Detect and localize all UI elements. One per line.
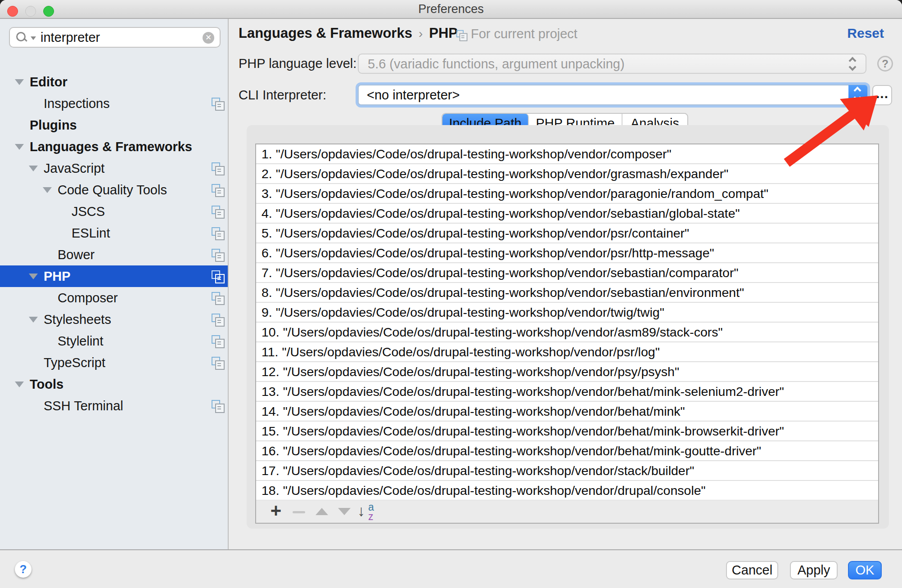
- apply-button[interactable]: Apply: [790, 561, 838, 579]
- path-index: 10.: [262, 323, 280, 341]
- path-value: "/Users/opdavies/Code/os/drupal-testing-…: [283, 325, 723, 339]
- search-hit-copy-icon: [212, 357, 224, 369]
- search-filter-caret-icon[interactable]: [31, 36, 36, 40]
- sidebar-tree-item[interactable]: Code Quality Tools: [0, 179, 228, 201]
- tree-item-label: Composer: [58, 287, 118, 309]
- search-hit-copy-icon: [212, 227, 224, 239]
- title-bar[interactable]: Preferences: [0, 0, 902, 19]
- include-path-row[interactable]: 2."/Users/opdavies/Code/os/drupal-testin…: [256, 164, 878, 184]
- sidebar-tree-item[interactable]: Composer: [0, 287, 228, 309]
- search-hit-copy-icon: [212, 162, 224, 175]
- include-path-row[interactable]: 3."/Users/opdavies/Code/os/drupal-testin…: [256, 184, 878, 204]
- sort-az-button[interactable]: ↓ a z: [357, 500, 383, 523]
- include-path-row[interactable]: 14."/Users/opdavies/Code/os/drupal-testi…: [256, 402, 878, 422]
- tree-item-label: JSCS: [72, 201, 105, 222]
- dialog-footer: ? Cancel Apply OK: [0, 549, 902, 588]
- breadcrumb-current: PHP: [429, 25, 458, 41]
- sidebar-tree-item[interactable]: JavaScript: [0, 157, 228, 179]
- search-hit-copy-icon: [212, 335, 224, 347]
- sidebar-tree-item[interactable]: Editor: [0, 71, 228, 93]
- interpreter-browse-button[interactable]: ...: [872, 85, 892, 105]
- language-level-select: 5.6 (variadic functions, argument unpack…: [358, 54, 866, 74]
- breadcrumb-parent[interactable]: Languages & Frameworks: [239, 25, 412, 41]
- expand-arrow-icon[interactable]: [15, 79, 24, 85]
- path-index: 8.: [262, 283, 272, 302]
- clear-search-icon[interactable]: [203, 32, 214, 44]
- path-index: 3.: [262, 184, 272, 203]
- include-path-row[interactable]: 7."/Users/opdavies/Code/os/drupal-testin…: [256, 263, 878, 283]
- sidebar-tree-item[interactable]: Bower: [0, 244, 228, 265]
- remove-path-button[interactable]: [289, 500, 309, 523]
- move-down-button[interactable]: [334, 500, 354, 523]
- interpreter-label: CLI Interpreter:: [239, 85, 326, 105]
- include-path-row[interactable]: 17."/Users/opdavies/Code/os/drupal-testi…: [256, 461, 878, 481]
- settings-tree: Editor Inspections Plugins Languages & F…: [0, 52, 229, 549]
- help-icon[interactable]: ?: [877, 56, 893, 72]
- help-button[interactable]: ?: [15, 561, 32, 578]
- include-path-list[interactable]: 1."/Users/opdavies/Code/os/drupal-testin…: [255, 144, 879, 524]
- include-path-row[interactable]: 6."/Users/opdavies/Code/os/drupal-testin…: [256, 243, 878, 263]
- path-value: "/Users/opdavies/Code/os/drupal-testing-…: [276, 305, 664, 319]
- sidebar-tree-item[interactable]: TypeScript: [0, 352, 228, 373]
- expand-arrow-icon[interactable]: [43, 187, 52, 193]
- path-value: "/Users/opdavies/Code/os/drupal-testing-…: [276, 186, 768, 201]
- sidebar-tree-item[interactable]: Tools: [0, 373, 228, 395]
- settings-search-box[interactable]: [9, 27, 221, 48]
- include-path-row[interactable]: 10."/Users/opdavies/Code/os/drupal-testi…: [256, 323, 878, 342]
- path-value: "/Users/opdavies/Code/os/drupal-testing-…: [276, 166, 729, 181]
- window-title: Preferences: [0, 0, 902, 18]
- path-value: "/Users/opdavies/Code/os/drupal-testing-…: [283, 444, 762, 458]
- include-path-row[interactable]: 12."/Users/opdavies/Code/os/drupal-testi…: [256, 362, 878, 382]
- path-index: 15.: [262, 422, 280, 440]
- tree-item-label: SSH Terminal: [44, 395, 123, 417]
- breadcrumb-separator: ›: [412, 27, 429, 40]
- path-index: 18.: [262, 481, 280, 500]
- sidebar-tree-item[interactable]: JSCS: [0, 201, 228, 222]
- sidebar-tree-item[interactable]: Stylesheets: [0, 309, 228, 330]
- include-path-row[interactable]: 11."/Users/opdavies/Code/os/drupal-testi…: [256, 342, 878, 362]
- project-scope-icon: [456, 30, 465, 39]
- sidebar-tree-item[interactable]: Inspections: [0, 93, 228, 114]
- interpreter-select[interactable]: <no interpreter>: [358, 85, 868, 105]
- path-value: "/Users/opdavies/Code/os/drupal-testing-…: [276, 226, 689, 240]
- ok-button[interactable]: OK: [848, 561, 882, 579]
- tree-item-label: Bower: [58, 244, 95, 265]
- interpreter-stepper-icon[interactable]: [848, 85, 867, 105]
- search-input[interactable]: [40, 28, 188, 47]
- include-path-row[interactable]: 4."/Users/opdavies/Code/os/drupal-testin…: [256, 204, 878, 224]
- tree-item-label: PHP: [44, 265, 71, 287]
- include-path-row[interactable]: 15."/Users/opdavies/Code/os/drupal-testi…: [256, 422, 878, 441]
- expand-arrow-icon[interactable]: [29, 317, 38, 323]
- sidebar-tree-item[interactable]: ESLint: [0, 222, 228, 244]
- move-up-button[interactable]: [312, 500, 332, 523]
- sidebar-tree-item[interactable]: PHP: [0, 265, 228, 287]
- path-value: "/Users/opdavies/Code/os/drupal-testing-…: [282, 345, 660, 359]
- sidebar-tree-item[interactable]: SSH Terminal: [0, 395, 228, 417]
- expand-arrow-icon[interactable]: [15, 144, 24, 150]
- include-path-row[interactable]: 13."/Users/opdavies/Code/os/drupal-testi…: [256, 382, 878, 402]
- include-path-row[interactable]: 1."/Users/opdavies/Code/os/drupal-testin…: [256, 144, 878, 164]
- include-path-row[interactable]: 8."/Users/opdavies/Code/os/drupal-testin…: [256, 283, 878, 303]
- path-index: 16.: [262, 441, 280, 460]
- expand-arrow-icon[interactable]: [15, 382, 24, 387]
- search-hit-copy-icon: [212, 270, 224, 283]
- sort-arrow-icon: ↓: [357, 502, 365, 520]
- sidebar-tree-item[interactable]: Languages & Frameworks: [0, 136, 228, 157]
- add-path-button[interactable]: +: [266, 500, 286, 523]
- include-path-row[interactable]: 16."/Users/opdavies/Code/os/drupal-testi…: [256, 441, 878, 461]
- path-index: 1.: [262, 144, 272, 163]
- expand-arrow-icon[interactable]: [29, 274, 38, 279]
- scope-indicator: For current project: [456, 26, 577, 41]
- include-path-row[interactable]: 9."/Users/opdavies/Code/os/drupal-testin…: [256, 303, 878, 323]
- sidebar-tree-item[interactable]: Stylelint: [0, 330, 228, 352]
- include-path-row[interactable]: 5."/Users/opdavies/Code/os/drupal-testin…: [256, 224, 878, 243]
- path-value: "/Users/opdavies/Code/os/drupal-testing-…: [276, 206, 740, 220]
- cancel-button[interactable]: Cancel: [726, 561, 778, 579]
- sidebar-tree-item[interactable]: Plugins: [0, 114, 228, 136]
- settings-sidebar: Editor Inspections Plugins Languages & F…: [0, 19, 229, 549]
- search-icon[interactable]: [16, 32, 28, 44]
- expand-arrow-icon[interactable]: [29, 166, 38, 171]
- preferences-dialog: Preferences Editor Inspections Plugins L…: [0, 0, 902, 588]
- reset-link[interactable]: Reset: [847, 24, 884, 42]
- include-path-row[interactable]: 18."/Users/opdavies/Code/os/drupal-testi…: [256, 481, 878, 501]
